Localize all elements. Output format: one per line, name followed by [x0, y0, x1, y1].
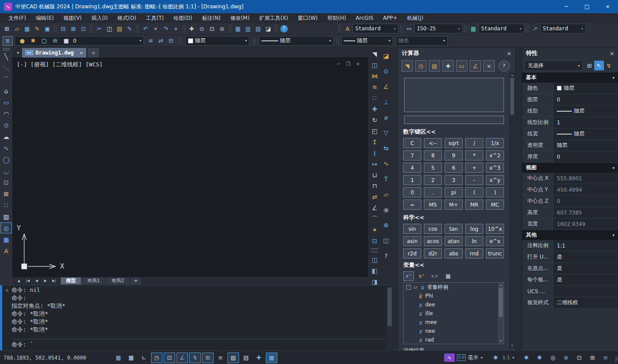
command-scrollbar[interactable] — [387, 287, 392, 349]
diameter-dim-icon[interactable]: ⌀ — [380, 112, 392, 123]
menu-arcgis[interactable]: ArcGIS — [351, 15, 378, 21]
chevron-down-icon[interactable]: ▾ — [481, 356, 482, 360]
annotation-visibility-icon[interactable]: ✱ — [521, 353, 532, 363]
polar-tracking-icon[interactable]: ◷ — [151, 353, 162, 363]
zoom-previous-icon[interactable]: ⊘ — [217, 24, 227, 33]
ellipse-icon[interactable]: ◯ — [0, 154, 12, 165]
calc-key-x^y[interactable]: x^y — [486, 175, 504, 185]
scroll-down-icon[interactable]: ▾ — [500, 339, 502, 344]
command-input[interactable]: 命令: ` — [11, 339, 386, 349]
open-set-icon[interactable]: ▣ — [42, 24, 52, 33]
calc-get-point-icon[interactable]: ✚ — [442, 60, 454, 72]
ortho-mode-icon[interactable]: ∟ — [138, 353, 150, 363]
calc-key-/[interactable]: / — [465, 138, 483, 148]
prop-value[interactable]: 555.8901 — [553, 173, 618, 184]
prop-value[interactable]: 0 — [553, 94, 618, 105]
plot-window-icon[interactable]: ⊠ — [68, 24, 78, 33]
calc-key-MR[interactable]: MR — [465, 200, 483, 210]
calc-key-MC[interactable]: MC — [486, 200, 504, 210]
calc-key-0[interactable]: 0 — [403, 187, 421, 197]
next-layout-icon[interactable]: ▶ — [41, 277, 49, 284]
prop-value[interactable]: 0 — [553, 196, 618, 207]
calc-key-8[interactable]: 8 — [424, 150, 442, 160]
calc-key-MS[interactable]: MS — [424, 200, 442, 210]
pump-symbol-icon[interactable]: ⊛ — [380, 219, 392, 231]
arc-icon[interactable]: ◠ — [0, 108, 12, 119]
prop-value[interactable]: 是 — [553, 263, 618, 274]
show-lineweight-icon[interactable]: ≡ — [215, 353, 226, 363]
annotation-scale-icon[interactable]: ✱ — [491, 353, 500, 363]
menu-window[interactable]: 窗口(W) — [293, 15, 322, 22]
table-draw-icon[interactable]: ▦ — [0, 234, 12, 245]
break-icon[interactable]: ⊔ — [369, 169, 380, 180]
selection-combo[interactable]: 无选择 ▾ — [525, 60, 583, 71]
stretch-icon[interactable]: ↥ — [369, 136, 380, 147]
calc-key-d2r[interactable]: d2r — [424, 248, 442, 258]
prop-value[interactable]: 是 — [553, 251, 618, 262]
minimize-button-icon[interactable]: ─ — [556, 0, 577, 14]
circle-icon[interactable]: ⊙ — [0, 120, 12, 131]
menu-file[interactable]: 文件(F) — [4, 15, 31, 22]
variable-row-rad[interactable]: xrad — [404, 335, 504, 344]
pan-icon[interactable]: ✚ — [187, 24, 197, 33]
menu-app[interactable]: APP+ — [378, 15, 402, 21]
close-icon[interactable]: × — [5, 288, 9, 293]
roughness-symbol-icon[interactable]: ▽ — [380, 127, 392, 138]
mleader-style-combo[interactable]: Standard ▾ — [540, 24, 586, 33]
mtext-icon[interactable]: A — [0, 245, 12, 256]
section-header-其他[interactable]: 其他▾ — [522, 230, 618, 240]
new-document-button[interactable]: + — [88, 48, 99, 58]
plot-style-combo[interactable]: 随色 ▾ — [396, 36, 448, 46]
save-icon[interactable]: ▦ — [22, 24, 32, 33]
extend-icon[interactable]: ↦ — [369, 158, 380, 169]
menu-tools[interactable]: 工具(T) — [141, 15, 169, 22]
close-tab-icon[interactable]: × — [80, 50, 83, 56]
chevron-down-icon[interactable]: ▾ — [394, 27, 396, 31]
prop-value[interactable]: 607.7385 — [553, 207, 618, 218]
tab-layout1[interactable]: 布局1 — [82, 277, 105, 284]
calc-key-1[interactable]: 1 — [403, 175, 421, 185]
variables-folder-row[interactable]: - ▱ x 变量样例 — [404, 283, 504, 291]
block-editor-icon[interactable]: ⊡ — [369, 235, 380, 246]
cut-icon[interactable]: ✂ — [94, 24, 104, 33]
units-label[interactable]: 毫米 — [468, 354, 478, 361]
var-new-icon[interactable]: x⁺ — [403, 271, 414, 281]
menu-modify[interactable]: 修改(M) — [225, 15, 254, 22]
selection-cycling-icon[interactable]: ✚ — [253, 353, 265, 363]
calc-key-=[interactable]: = — [403, 200, 421, 210]
status-menu-icon[interactable]: ≡ — [600, 353, 611, 363]
var-edit-icon[interactable]: x⁺ — [416, 271, 427, 281]
layer-states-icon[interactable]: ⇄ — [156, 36, 166, 46]
zoom-realtime-icon[interactable]: ⊙ — [197, 24, 207, 33]
scrollbar-thumb[interactable] — [510, 78, 514, 115]
toolbar-grip[interactable] — [371, 248, 378, 249]
layer-lock-icon[interactable]: ⋒ — [50, 36, 60, 46]
calc-key-acos[interactable]: acos — [424, 236, 442, 246]
block-library-icon[interactable]: ▱ — [380, 189, 392, 200]
viewport-controls[interactable]: [-] [俯视] [二维线框] [WCS] — [17, 61, 103, 69]
close-button-icon[interactable]: × — [597, 0, 618, 14]
prop-value[interactable]: 随层 — [553, 83, 618, 94]
copy-icon[interactable]: ◫ — [369, 59, 380, 70]
mirror-icon[interactable]: ⋈ — [369, 70, 380, 81]
calc-key-ln[interactable]: ln — [465, 236, 483, 246]
scrollbar-thumb[interactable] — [499, 288, 503, 317]
layer-on-icon[interactable]: ● — [17, 36, 27, 46]
calc-key-log[interactable]: log — [465, 224, 483, 234]
donut-icon[interactable]: ◎ — [0, 222, 12, 233]
calc-intersection-icon[interactable]: × — [483, 60, 495, 72]
variable-row-Phi[interactable]: kPhi — [404, 291, 504, 300]
vp-close-icon[interactable]: × — [354, 60, 362, 68]
tab-model[interactable]: 模型 — [61, 277, 81, 284]
variable-row-mee[interactable]: xmee — [404, 318, 504, 327]
paste-icon[interactable]: ▤ — [114, 24, 125, 33]
prop-value[interactable]: 450.4994 — [553, 184, 618, 195]
quick-select-icon[interactable]: ⊞ — [585, 61, 594, 70]
plot-icon[interactable]: ⊡ — [78, 24, 88, 33]
calc-key-3[interactable]: 3 — [445, 175, 463, 185]
point-icon[interactable]: ∷ — [0, 200, 12, 211]
prop-value[interactable]: 随层 — [553, 128, 618, 139]
redo-list-icon[interactable]: ▾ — [171, 24, 181, 33]
chevron-down-icon[interactable]: ▾ — [458, 27, 460, 31]
settings-gear-icon[interactable]: ⊛ — [561, 353, 571, 363]
